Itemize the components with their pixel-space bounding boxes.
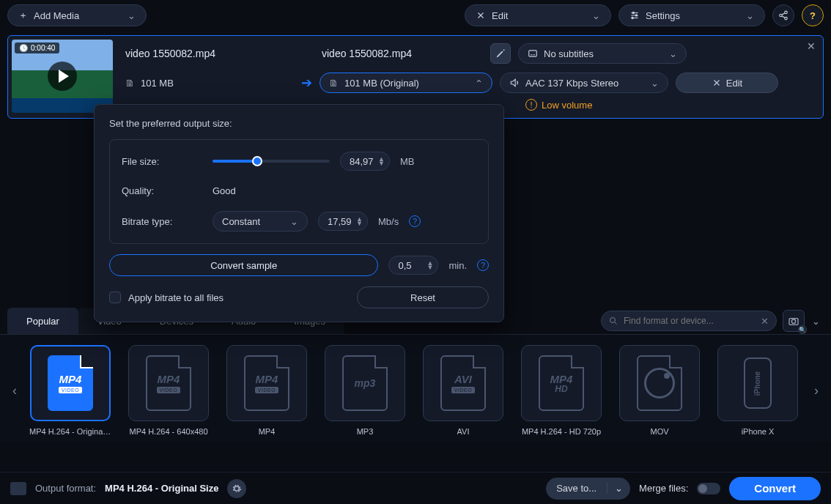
settings-menu-label: Settings xyxy=(646,10,680,21)
file-icon: 🗎 xyxy=(329,78,339,89)
carousel-prev-button[interactable]: ‹ xyxy=(6,383,23,399)
audio-track-select[interactable]: AAC 137 Kbps Stereo ⌄ xyxy=(500,73,668,93)
bitrate-type-label: Bitrate type: xyxy=(122,216,202,227)
chevron-up-icon: ⌄ xyxy=(475,78,483,89)
output-format-value: MP4 H.264 - Original Size xyxy=(105,483,218,494)
chevron-down-icon: ⌄ xyxy=(615,483,623,494)
save-to-dropdown[interactable]: ⌄ xyxy=(607,483,630,494)
quality-value: Good xyxy=(213,185,236,196)
format-card[interactable]: MP4VIDEO MP4 xyxy=(226,345,308,436)
collapse-formats-button[interactable]: ⌄ xyxy=(808,308,824,334)
tools-icon xyxy=(476,10,486,21)
tab-popular[interactable]: Popular xyxy=(7,308,78,334)
format-search[interactable]: ✕ xyxy=(601,311,777,331)
subtitles-select[interactable]: No subtitles ⌄ xyxy=(518,43,687,64)
svg-point-0 xyxy=(632,12,634,13)
subtitles-icon xyxy=(528,48,538,59)
carousel-next-button[interactable]: › xyxy=(808,383,825,399)
format-thumbnail-icon xyxy=(10,482,26,495)
pencil-icon xyxy=(495,48,506,59)
format-settings-button[interactable] xyxy=(227,479,246,498)
share-icon xyxy=(778,10,788,21)
remove-item-button[interactable]: ✕ xyxy=(807,40,816,52)
sample-duration-input[interactable]: 0,5 ▲▼ xyxy=(388,256,438,275)
edit-menu-label: Edit xyxy=(492,10,508,21)
arrow-right-icon: ➔ xyxy=(301,75,312,91)
clear-search-button[interactable]: ✕ xyxy=(761,316,769,327)
bitrate-type-select[interactable]: Constant ⌄ xyxy=(213,211,308,231)
apply-all-checkbox[interactable] xyxy=(109,292,121,303)
output-format-label: Output format: xyxy=(35,483,96,494)
svg-point-4 xyxy=(780,14,783,17)
svg-point-7 xyxy=(610,318,616,323)
bitrate-help-button[interactable]: ? xyxy=(409,215,421,227)
gear-icon xyxy=(232,483,242,494)
svg-point-3 xyxy=(785,11,788,13)
file-size-input[interactable]: 84,97 ▲▼ xyxy=(340,152,390,171)
format-card[interactable]: MP4VIDEO MP4 H.264 - Original ... xyxy=(29,345,111,436)
rename-button[interactable] xyxy=(490,43,511,64)
format-search-input[interactable] xyxy=(624,316,755,326)
chevron-down-icon: ⌄ xyxy=(812,316,820,327)
source-filename: video 1550082.mp4 xyxy=(125,48,314,59)
bitrate-input[interactable]: 17,59 ▲▼ xyxy=(318,212,368,231)
format-card[interactable]: AVIVIDEO AVI xyxy=(422,345,504,436)
edit-menu-button[interactable]: Edit ⌄ xyxy=(465,4,611,26)
format-caption: MP4 xyxy=(259,427,276,436)
video-thumbnail[interactable]: 🕓 0:00:40 xyxy=(12,40,113,113)
format-card[interactable]: MP4VIDEO MP4 H.264 - 640x480 xyxy=(128,345,210,436)
stepper-icon[interactable]: ▲▼ xyxy=(427,261,434,270)
format-card[interactable]: mp3 MP3 xyxy=(324,345,406,436)
share-button[interactable] xyxy=(772,4,794,26)
edit-item-button[interactable]: Edit xyxy=(676,73,778,93)
settings-menu-button[interactable]: Settings ⌄ xyxy=(618,4,765,26)
merge-files-toggle[interactable] xyxy=(697,483,720,494)
sample-help-button[interactable]: ? xyxy=(477,259,489,271)
output-size-value: 101 MB (Original) xyxy=(344,78,419,89)
subtitles-value: No subtitles xyxy=(544,48,594,59)
chevron-down-icon: ⌄ xyxy=(651,78,659,89)
popover-heading: Set the preferred output size: xyxy=(109,118,489,129)
stepper-icon[interactable]: ▲▼ xyxy=(378,157,385,166)
chevron-down-icon: ⌄ xyxy=(592,10,600,21)
search-icon: 🔍 xyxy=(798,325,807,334)
save-to-button[interactable]: Save to... ⌄ xyxy=(546,478,630,500)
info-icon: ? xyxy=(413,217,417,226)
target-filename: video 1550082.mp4 xyxy=(322,48,483,59)
sample-unit: min. xyxy=(448,260,467,271)
stepper-icon[interactable]: ▲▼ xyxy=(356,217,363,226)
camera-icon xyxy=(788,315,799,327)
search-icon xyxy=(609,316,618,325)
format-card[interactable]: iPhone iPhone X xyxy=(717,345,799,436)
quicktime-icon xyxy=(644,368,675,399)
bitrate-unit: Mb/s xyxy=(378,216,399,227)
format-card[interactable]: MP4HD MP4 H.264 - HD 720p xyxy=(520,345,602,436)
merge-files-label: Merge files: xyxy=(639,483,688,494)
convert-button[interactable]: Convert xyxy=(729,477,821,500)
file-size-unit: MB xyxy=(400,156,415,167)
output-size-popover: Set the preferred output size: File size… xyxy=(94,104,504,322)
warning-icon: ! xyxy=(525,99,537,111)
help-icon: ? xyxy=(810,10,816,21)
add-media-label: Add Media xyxy=(34,10,79,21)
file-size-slider[interactable] xyxy=(213,160,330,163)
format-card[interactable]: MOV xyxy=(618,345,701,436)
format-carousel: ‹ MP4VIDEO MP4 H.264 - Original ... MP4V… xyxy=(0,334,831,442)
chevron-down-icon: ⌄ xyxy=(290,216,298,227)
add-media-button[interactable]: ＋ Add Media ⌄ xyxy=(7,4,147,26)
phone-icon: iPhone xyxy=(744,357,772,409)
format-caption: MP4 H.264 - HD 720p xyxy=(522,427,601,436)
svg-point-9 xyxy=(791,319,795,323)
help-button[interactable]: ? xyxy=(802,4,824,26)
convert-sample-button[interactable]: Convert sample xyxy=(109,254,378,276)
format-caption: AVI xyxy=(457,427,470,436)
detect-device-button[interactable]: 🔍 xyxy=(783,310,805,332)
reset-button[interactable]: Reset xyxy=(357,286,489,308)
chevron-down-icon: ⌄ xyxy=(746,10,754,21)
format-caption: MP3 xyxy=(357,427,374,436)
format-caption: iPhone X xyxy=(742,427,775,436)
format-caption: MP4 H.264 - Original ... xyxy=(29,427,111,436)
format-caption: MP4 H.264 - 640x480 xyxy=(129,427,207,436)
clock-icon: 🕓 xyxy=(19,44,28,52)
output-size-select[interactable]: 🗎 101 MB (Original) ⌄ xyxy=(320,73,492,93)
